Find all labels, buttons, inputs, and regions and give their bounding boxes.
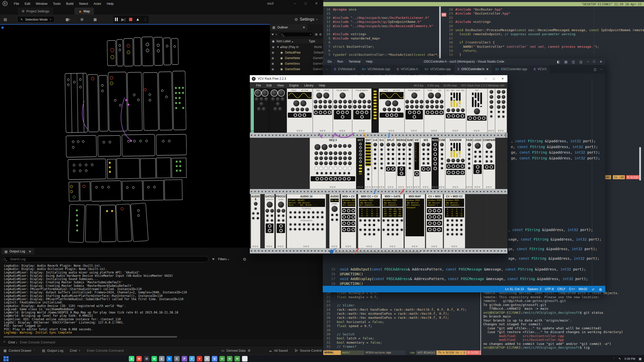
knob[interactable]	[323, 100, 327, 104]
knob[interactable]	[321, 144, 328, 150]
jack-port[interactable]	[311, 228, 315, 231]
module-screen[interactable]: Driver: WASAPI Device: (No device) Rate:…	[288, 199, 325, 207]
jack-port[interactable]	[451, 223, 454, 227]
slider[interactable]	[480, 93, 482, 107]
filters-dropdown[interactable]: Filters ∨	[218, 257, 229, 261]
vim-pane-right[interactable]: 24#include "OscRouter.hpp"23#include "Os…	[445, 8, 644, 58]
knob[interactable]	[415, 105, 419, 109]
module-audio[interactable]: AUDIONo deviceLEVELVCV	[329, 194, 340, 248]
jack-port[interactable]	[320, 215, 324, 219]
knob[interactable]	[420, 100, 423, 104]
jack-port[interactable]	[433, 215, 436, 219]
jack-port[interactable]	[320, 228, 324, 231]
jack-port[interactable]	[365, 111, 368, 114]
knob[interactable]	[314, 151, 318, 155]
selection-mode-dropdown[interactable]: ↖ Selection Mode ∨	[17, 16, 55, 23]
jack-port[interactable]	[473, 116, 476, 120]
jack-port[interactable]	[386, 228, 390, 232]
status-item[interactable]: UTF-8	[545, 287, 554, 291]
ue-menu-item[interactable]: Select	[76, 2, 91, 6]
jack-port[interactable]	[363, 219, 367, 222]
jack-port[interactable]	[302, 228, 306, 231]
knob[interactable]	[254, 202, 258, 206]
knob[interactable]	[318, 100, 322, 104]
slider[interactable]	[456, 93, 458, 107]
module-midi-gate[interactable]: MIDI > GATEWindows MIDI (No device) All …	[382, 194, 404, 248]
knob[interactable]	[324, 161, 328, 165]
vcv-title-bar[interactable]: G VCV Rack Free 2.2.3 – □ ✕	[250, 75, 507, 82]
jack-port[interactable]	[266, 214, 269, 217]
filter-icon[interactable]	[271, 34, 274, 35]
jack-port[interactable]	[467, 162, 471, 165]
taskbar-app-icon[interactable]: M	[136, 356, 142, 361]
knob[interactable]	[255, 90, 261, 96]
jack-port[interactable]	[372, 228, 376, 232]
start-button[interactable]	[4, 356, 9, 361]
create-folder-icon[interactable]: ⊞	[315, 33, 317, 36]
knob[interactable]	[367, 105, 371, 109]
knob[interactable]	[415, 100, 419, 104]
jack-port[interactable]	[347, 177, 351, 180]
log-search-input[interactable]	[2, 256, 209, 262]
knob[interactable]	[387, 108, 391, 111]
knob[interactable]	[343, 161, 347, 165]
tab-output-log[interactable]: ▤ Output Log ✕	[2, 248, 34, 255]
jack-port[interactable]	[437, 228, 441, 231]
module-4-1[interactable]: 4>1VCV	[378, 138, 385, 189]
slider[interactable]	[459, 93, 461, 107]
knob[interactable]	[314, 166, 318, 170]
taskbar-app-icon[interactable]: H	[219, 356, 225, 361]
eye-icon[interactable]: ◉	[270, 67, 276, 71]
vim-pane-bottom[interactable]: 20 float minAngle = 0.f;21 float maxAngl…	[323, 291, 480, 350]
outliner-row[interactable]: ◉▼▲Map (Play InWorld	[270, 44, 323, 50]
jack-port[interactable]	[335, 213, 339, 217]
jack-port[interactable]	[256, 216, 260, 220]
jack-port[interactable]	[382, 219, 385, 222]
jack-port[interactable]	[386, 219, 390, 222]
jack-port[interactable]	[380, 166, 383, 170]
rack-hscrollbar[interactable]	[335, 251, 420, 253]
knob[interactable]	[467, 143, 471, 147]
knob[interactable]	[363, 105, 366, 109]
jack-port[interactable]	[315, 171, 319, 175]
vcv-menu-item[interactable]: File	[253, 84, 264, 87]
knob[interactable]	[447, 159, 450, 162]
close-icon[interactable]: ✕	[29, 250, 31, 253]
step-button[interactable]: ▶|	[121, 17, 125, 22]
knob[interactable]	[411, 93, 417, 99]
horizontal-scrollbar[interactable]	[4, 336, 177, 338]
knob[interactable]	[314, 161, 318, 165]
ue-menu-item[interactable]: File	[11, 2, 22, 6]
outliner-row[interactable]: ◉◉DefaultPawDefault	[270, 50, 323, 55]
knob[interactable]	[497, 95, 501, 99]
module[interactable]: PULSE WIDTHVCV	[405, 88, 424, 133]
jack-port[interactable]	[397, 162, 401, 165]
module-merge[interactable]: MERGEVCV	[396, 138, 406, 189]
taskbar-app-icon[interactable]: E	[159, 356, 165, 361]
blueprints-icon[interactable]: ⊞	[79, 16, 85, 23]
jack-port[interactable]	[345, 111, 349, 114]
knob[interactable]	[334, 105, 337, 109]
knob[interactable]	[281, 209, 285, 213]
jack-port[interactable]	[373, 162, 377, 165]
jack-port[interactable]	[320, 223, 324, 226]
jack-port[interactable]	[476, 170, 479, 173]
jack-port[interactable]	[385, 113, 389, 117]
module-screen[interactable]: Windows MIDI (No device) All channels	[359, 199, 380, 207]
jack-port[interactable]	[440, 162, 444, 165]
knob[interactable]	[319, 161, 323, 165]
knob[interactable]	[314, 105, 317, 109]
knob[interactable]	[490, 90, 493, 94]
knob[interactable]	[324, 166, 328, 170]
jack-port[interactable]	[446, 223, 450, 227]
jack-port[interactable]	[316, 228, 319, 231]
jack-port[interactable]	[426, 167, 430, 171]
viewport-settings-dropdown[interactable]: ⚙Settings∨	[294, 17, 318, 22]
vcv-menu-item[interactable]: View	[274, 84, 287, 87]
jack-port[interactable]	[460, 219, 463, 222]
knob[interactable]	[348, 144, 351, 148]
all-saved-button[interactable]: ☁All Saved	[269, 349, 288, 352]
knob[interactable]	[474, 108, 480, 114]
module-compare[interactable]: COMPAREVCV	[483, 138, 495, 189]
jack-port[interactable]	[490, 165, 493, 169]
